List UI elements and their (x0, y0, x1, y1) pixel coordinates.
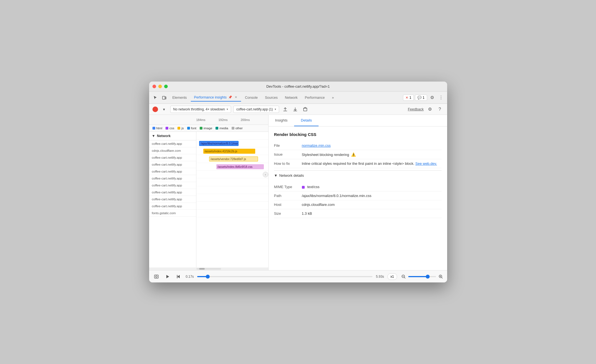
network-details-title: Network details (279, 173, 304, 178)
close-button[interactable] (152, 85, 156, 88)
network-bar-index-css[interactable]: /assets/index.8d6c6f18.css (216, 164, 264, 169)
warning-icon: ⚠️ (351, 152, 356, 157)
minimize-button[interactable] (158, 85, 162, 88)
legend-other: other (232, 127, 243, 130)
tab-network[interactable]: Network (282, 94, 301, 101)
help-icon[interactable]: ? (436, 105, 444, 113)
message-count: 1 (423, 96, 425, 100)
svg-rect-1 (165, 97, 166, 99)
screenshot-icon[interactable] (152, 273, 160, 280)
play-button[interactable] (164, 273, 171, 280)
download-icon[interactable] (291, 105, 299, 113)
network-bar-vendor-js[interactable]: /assets/vendor.728ed0d7.js (209, 156, 258, 161)
chart-row[interactable]: /ajax/libs/normalize/8.0.1/normalize.min… (196, 140, 268, 147)
legend-media: media (216, 127, 228, 130)
tab-details[interactable]: Details (294, 115, 319, 126)
delete-icon[interactable] (301, 105, 309, 113)
network-bar-normalize[interactable]: /ajax/libs/normalize/8.0.1/normalize.min… (199, 141, 239, 146)
legend-css-label: css (169, 127, 174, 130)
bar-label: /assets/index.8d6c6f18.css (217, 165, 252, 168)
list-item[interactable]: cdnjs.cloudflare.com (149, 147, 196, 154)
tab-performance-insights[interactable]: Performance insights 📌 ✕ (191, 94, 241, 102)
network-bar-index-js[interactable]: /assets/index.41f18c2b.js (203, 149, 255, 154)
network-section-header[interactable]: ▼ Network (149, 132, 196, 140)
normalize-css-link[interactable]: normalize.min.css (302, 143, 331, 148)
svg-rect-0 (162, 96, 165, 99)
tab-console[interactable]: Console (242, 94, 261, 101)
list-item[interactable]: coffee-cart.netlify.app (149, 168, 196, 175)
file-value: normalize.min.css (302, 143, 442, 148)
site-dropdown[interactable]: coffee-cart.netlify.app (1) ▾ (233, 106, 279, 113)
device-icon[interactable] (160, 94, 168, 102)
slider-track[interactable] (197, 276, 373, 277)
how-to-fix-label: How to fix (274, 161, 302, 166)
error-badge[interactable]: ✕ 1 (403, 95, 414, 101)
zoom-slider-thumb[interactable] (426, 275, 430, 279)
slider-thumb[interactable] (206, 275, 210, 279)
list-item[interactable]: coffee-cart.netlify.app (149, 189, 196, 196)
tab-insights[interactable]: Insights (269, 115, 294, 126)
window-title: DevTools - coffee-cart.netlify.app/?ad=1 (266, 84, 330, 89)
speed-button[interactable]: x1 (387, 273, 397, 280)
tab-elements[interactable]: Elements (169, 94, 190, 101)
tab-close-icon[interactable]: ✕ (234, 95, 238, 99)
chart-row[interactable]: /assets/index.8d6c6f18.css (196, 163, 268, 171)
playback-slider[interactable] (197, 276, 373, 277)
titlebar: DevTools - coffee-cart.netlify.app/?ad=1 (149, 82, 447, 92)
expand-panel-button[interactable]: › (263, 172, 268, 177)
details-row-host: Host cdnjs.cloudflare.com (274, 200, 442, 209)
host-value: cdnjs.cloudflare.com (302, 203, 442, 207)
details-row-issue: Issue Stylesheet blocking rendering ⚠️ (274, 150, 442, 159)
maximize-button[interactable] (164, 85, 168, 88)
chart-row (196, 132, 268, 140)
cursor-icon[interactable] (151, 94, 159, 102)
other-color-dot (232, 127, 234, 130)
more-menu-icon[interactable]: ⋮ (437, 94, 445, 102)
chart-row (196, 178, 268, 186)
path-value: /ajax/libs/normalize/8.0.1/normalize.min… (302, 194, 442, 198)
zoom-slider-track[interactable] (408, 276, 436, 277)
tab-performance[interactable]: Performance (302, 94, 328, 101)
list-item[interactable]: coffee-cart.netlify.app (149, 203, 196, 210)
upload-icon[interactable] (281, 105, 289, 113)
chart-row[interactable]: /assets/index.41f18c2b.js (196, 147, 268, 155)
tab-sources[interactable]: Sources (262, 94, 281, 101)
host-label: Host (274, 203, 302, 207)
record-button[interactable] (152, 107, 158, 112)
zoom-in-icon[interactable] (438, 274, 444, 280)
bar-label: /assets/index.41f18c2b.js (204, 150, 237, 153)
list-item[interactable]: coffee-cart.netlify.app (149, 140, 196, 147)
right-tabs: Insights Details (269, 115, 447, 127)
secondary-toolbar: ▾ No network throttling, 4× slowdown ▾ c… (149, 104, 447, 115)
tab-more[interactable]: » (329, 94, 337, 101)
html-color-dot (152, 127, 155, 130)
scroll-thumb[interactable] (199, 268, 205, 270)
throttle-dropdown[interactable]: No network throttling, 4× slowdown ▾ (170, 106, 231, 113)
settings-gear-icon[interactable]: ⚙ (426, 105, 434, 113)
chart-row (196, 202, 268, 209)
settings-icon[interactable]: ⚙ (428, 94, 436, 102)
list-item[interactable]: coffee-cart.netlify.app (149, 196, 196, 203)
list-item[interactable]: coffee-cart.netlify.app (149, 154, 196, 161)
chevron-down-icon: ▾ (275, 108, 276, 111)
details-row-mime: MIME Type text/css (274, 183, 442, 191)
skip-to-start-button[interactable] (175, 273, 182, 280)
feedback-button[interactable]: Feedback (408, 107, 424, 111)
dropdown-arrow-icon[interactable]: ▾ (160, 105, 168, 113)
list-item[interactable]: coffee-cart.netlify.app (149, 175, 196, 182)
see-webdev-link[interactable]: See web.dev. (415, 161, 437, 166)
message-badge[interactable]: 💬 1 (415, 95, 427, 101)
issue-value: Stylesheet blocking rendering ⚠️ (302, 152, 442, 157)
svg-point-4 (156, 276, 157, 277)
list-item[interactable]: coffee-cart.netlify.app (149, 182, 196, 189)
network-details-header[interactable]: ▼ Network details (274, 170, 442, 180)
chart-row[interactable]: /assets/vendor.728ed0d7.js (196, 155, 268, 163)
details-row-file: File normalize.min.css (274, 141, 442, 150)
site-label: coffee-cart.netlify.app (1) (236, 107, 273, 111)
scroll-track[interactable] (196, 268, 221, 270)
svg-rect-3 (154, 275, 158, 278)
list-item[interactable]: coffee-cart.netlify.app (149, 161, 196, 168)
legend-other-label: other (236, 127, 243, 130)
zoom-out-icon[interactable] (400, 274, 407, 280)
list-item[interactable]: fonts.gstatic.com (149, 210, 196, 217)
